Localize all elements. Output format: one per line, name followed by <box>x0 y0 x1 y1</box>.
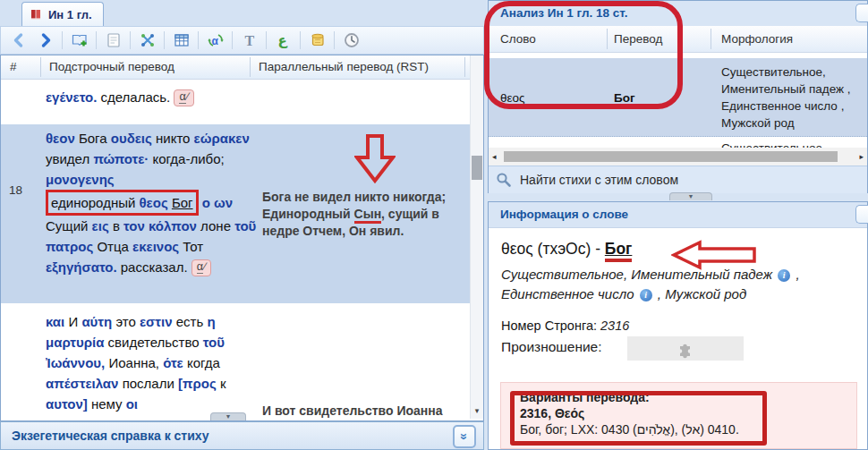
parallel-translation-cell: И вот свидетельство Иоанна <box>262 403 443 418</box>
tab-bar: Ин 1 гл. <box>0 0 486 27</box>
toolbar-separator <box>164 31 165 49</box>
toolbar-separator <box>198 31 199 49</box>
verse-row-18[interactable]: 18 θεον Бога ουδεις никто εώρακεν увидел… <box>1 124 470 303</box>
toolbar-separator <box>232 31 233 49</box>
splitter-handle[interactable]: ▼ <box>669 192 712 200</box>
red-book-icon <box>30 8 43 21</box>
exegetical-note-bar[interactable]: Экзегетическая справка к стиху » <box>0 421 484 450</box>
morphology-line-1: Существительное, Именительный падеж i , <box>501 267 800 282</box>
chevron-left-icon <box>10 31 28 49</box>
scroll-right-arrow[interactable]: ▸ <box>859 152 864 161</box>
collapse-button-partial[interactable] <box>855 205 868 224</box>
add-book-button[interactable] <box>69 30 89 51</box>
search-label: Найти стихи с этим словом <box>520 173 678 187</box>
column-divider <box>464 57 465 77</box>
double-chevron-down-icon: » <box>457 433 472 440</box>
svg-text:T: T <box>244 33 254 48</box>
analysis-title: Анализ Ин 1 гл. 18 ст. <box>500 6 627 20</box>
document-button[interactable] <box>103 30 123 51</box>
column-divider <box>711 29 711 49</box>
svg-text:α: α <box>211 35 218 47</box>
analysis-title-bar: Анализ Ин 1 гл. 18 ст. <box>489 1 867 27</box>
vertical-scrollbar[interactable]: ▾ <box>470 55 483 419</box>
variants-title: Варианты перевода: <box>520 390 650 404</box>
verse-number: 18 <box>9 183 22 197</box>
toolbar-separator <box>96 31 97 49</box>
scroll-icon <box>309 31 327 49</box>
history-button[interactable] <box>341 30 362 51</box>
column-header-translation: Перевод <box>614 32 662 46</box>
toolbar: α T ع <box>0 26 484 55</box>
partial-row-text: Существительное, Именительный <box>721 141 867 148</box>
interlinear-cell: εγένετο. сделалась. α∕ <box>46 87 259 107</box>
search-verses-button[interactable]: Найти стихи с этим словом <box>489 166 867 193</box>
analysis-header: Слово Перевод Морфология <box>489 26 867 53</box>
letter-t-icon: T <box>241 31 259 49</box>
scroll-down-arrow[interactable]: ▾ <box>471 407 483 415</box>
commentary-scroll-button[interactable] <box>307 30 328 51</box>
table-icon <box>173 31 191 49</box>
toolbar-separator <box>130 31 131 49</box>
interlinear-cell: θεον Бога ουδεις никто εώρακεν увидел πώ… <box>46 128 259 277</box>
morphology-line-2: Единственное число i , Мужской род <box>501 286 746 301</box>
greek-morphology-button[interactable]: α <box>205 30 226 51</box>
audio-plugin-placeholder <box>627 336 744 361</box>
text-format-button[interactable]: T <box>239 30 260 51</box>
analysis-panel: Анализ Ин 1 гл. 18 ст. Слово Перевод Мор… <box>488 0 868 193</box>
word-info-title-bar: Информация о слове <box>489 202 867 228</box>
variants-text: Бог, бог; LXX: 0430 (אֱלֹהִים), 0410 (אל… <box>520 422 739 437</box>
splitter-handle[interactable]: ▼ <box>210 412 246 420</box>
column-header-interlinear: Подстрочный перевод <box>49 60 174 73</box>
analysis-translation: Бог <box>614 91 635 105</box>
cross-references-icon <box>139 31 157 49</box>
word-info-panel: Информация о слове θεος (тхэОс) - Бог Су… <box>488 201 868 450</box>
info-icon[interactable]: i <box>778 269 790 282</box>
svg-text:ع: ع <box>277 32 287 48</box>
scrollbar-thumb[interactable] <box>504 151 838 162</box>
verse-row-partial[interactable]: εγένετο. сделалась. α∕ <box>1 80 470 124</box>
variant-badge-icon: α∕ <box>191 259 211 276</box>
info-icon[interactable]: i <box>640 289 652 301</box>
grid-header: # Подстрочный перевод Параллельный перев… <box>1 55 483 80</box>
horizontal-scrollbar[interactable]: ◂ ▸ <box>489 148 867 166</box>
expand-panel-button[interactable]: » <box>453 425 476 448</box>
arabic-letter-icon: ع <box>275 31 293 49</box>
column-divider <box>250 57 251 77</box>
chevron-right-icon <box>37 31 55 49</box>
analysis-row-partial: Существительное, Именительный <box>489 137 867 148</box>
cross-references-button[interactable] <box>137 30 157 51</box>
column-header-parallel: Параллельный перевод (RST) <box>259 60 429 73</box>
tab-in-1-gl[interactable]: Ин 1 гл. <box>21 2 104 26</box>
greek-alpha-icon: α <box>206 31 226 49</box>
toolbar-separator <box>266 31 267 49</box>
interlinear-panel: Ин 1 гл. <box>0 0 486 450</box>
pronunciation-label: Произношение: <box>501 339 602 355</box>
clock-icon <box>343 31 361 49</box>
search-icon <box>496 172 512 188</box>
forward-button[interactable] <box>35 30 55 51</box>
interlinear-grid: # Подстрочный перевод Параллельный перев… <box>0 55 484 421</box>
interlinear-cell: και И αύτη это εστιν есть η μαρτυρία сви… <box>46 311 259 414</box>
headword: θεος (тхэОс) - Бог <box>501 240 632 259</box>
column-header-num: # <box>10 60 17 73</box>
scroll-left-arrow[interactable]: ◂ <box>492 152 497 161</box>
table-button[interactable] <box>171 30 191 51</box>
puzzle-icon <box>676 339 695 359</box>
translation-variants-box: Варианты перевода: 2316, Θεός Бог, бог; … <box>500 382 857 449</box>
collapse-button-partial[interactable] <box>855 4 868 22</box>
column-header-morphology: Морфология <box>721 32 793 46</box>
analysis-morphology: Существительное, Именительный падеж , Ед… <box>721 64 857 132</box>
hebrew-lexicon-button[interactable]: ع <box>273 30 294 51</box>
column-header-word: Слово <box>500 32 536 46</box>
analysis-word: θεος <box>500 91 525 105</box>
annotation-box-inline: единородный θεος Бог <box>46 190 199 216</box>
toolbar-separator <box>62 31 63 49</box>
exegetical-note-label: Экзегетическая справка к стиху <box>12 429 209 443</box>
add-book-icon <box>71 31 89 49</box>
document-icon <box>105 31 123 49</box>
analysis-row-theos[interactable]: θεος Бог Существительное, Именительный п… <box>489 58 867 137</box>
verse-row-19[interactable]: και И αύτη это εστιν есть η μαρτυρία сви… <box>1 303 470 420</box>
back-button[interactable] <box>8 30 29 51</box>
scrollbar-thumb[interactable] <box>472 156 482 180</box>
toolbar-separator <box>300 31 301 49</box>
